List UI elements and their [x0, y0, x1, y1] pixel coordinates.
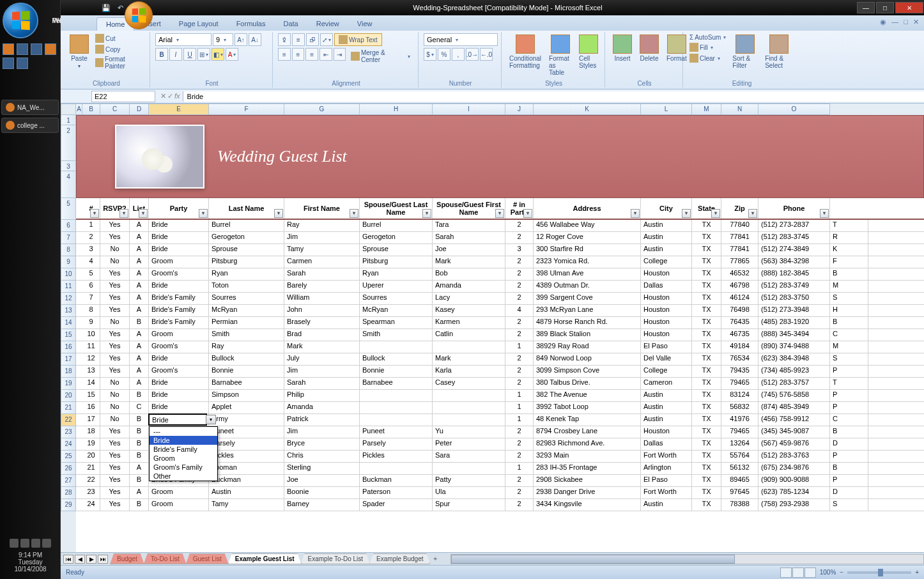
table-header-cell[interactable]: Party▾ — [149, 198, 209, 219]
quick-launch-item[interactable] — [17, 58, 28, 69]
table-cell[interactable]: Houston — [641, 329, 692, 341]
table-cell[interactable]: Bob — [433, 268, 505, 280]
quick-launch-item[interactable] — [31, 43, 42, 55]
table-cell[interactable]: 41976 — [721, 414, 758, 426]
table-cell[interactable]: Ryan — [209, 268, 284, 280]
wrap-text-button[interactable]: Wrap Text — [334, 33, 382, 46]
row-header[interactable]: 28 — [61, 487, 76, 499]
filter-button[interactable]: ▾ — [350, 209, 358, 218]
table-cell[interactable]: No — [100, 317, 130, 328]
table-cell[interactable]: Carmen — [284, 256, 360, 268]
table-cell[interactable]: D — [830, 438, 868, 450]
table-cell[interactable]: A — [130, 463, 149, 474]
table-header-cell[interactable]: Spouse/Guest Last Name▾ — [360, 198, 433, 219]
table-cell[interactable]: No — [100, 378, 130, 389]
table-cell[interactable]: 77840 — [721, 220, 758, 231]
table-cell[interactable]: Jim — [284, 366, 360, 377]
table-cell[interactable]: C — [130, 402, 149, 413]
row-header[interactable]: 5 — [61, 198, 76, 220]
table-cell[interactable]: T — [830, 220, 868, 231]
filter-button[interactable]: ▾ — [682, 209, 691, 218]
font-size-select[interactable]: 9 — [213, 33, 233, 46]
doc-close-button[interactable]: ✕ — [913, 18, 919, 26]
table-cell[interactable]: Mark — [433, 256, 505, 268]
table-cell[interactable]: Yes — [100, 305, 130, 316]
col-header[interactable]: H — [360, 104, 433, 115]
table-cell[interactable]: 380 Talbus Drive. — [534, 378, 641, 389]
table-cell[interactable]: F — [830, 256, 868, 268]
table-cell[interactable]: Bonnie — [360, 366, 433, 377]
table-cell[interactable]: 849 Norwod Loop — [534, 353, 641, 365]
table-cell[interactable]: TX — [692, 390, 721, 401]
row-header[interactable]: 3 — [61, 161, 76, 171]
table-cell[interactable]: 79435 — [721, 366, 758, 377]
select-all-corner[interactable] — [61, 104, 76, 115]
table-cell[interactable]: Jim — [284, 426, 360, 438]
row-header[interactable]: 1 — [61, 115, 76, 125]
table-cell[interactable]: 1 — [505, 341, 534, 353]
table-cell[interactable]: P — [830, 366, 868, 377]
table-cell[interactable]: 79465 — [721, 426, 758, 438]
table-cell[interactable]: D — [830, 487, 868, 498]
filter-button[interactable]: ▾ — [274, 209, 283, 218]
table-cell[interactable]: College — [641, 366, 692, 377]
table-cell[interactable]: 49184 — [721, 341, 758, 353]
filter-button[interactable]: ▾ — [119, 209, 128, 218]
table-cell[interactable]: Austin — [641, 244, 692, 256]
align-left-button[interactable]: ≡ — [278, 48, 291, 61]
table-cell[interactable]: Yes — [100, 268, 130, 280]
dropdown-item[interactable]: Bride's Family — [150, 445, 217, 454]
table-cell[interactable]: TX — [692, 414, 721, 426]
table-cell[interactable]: 14 — [82, 378, 100, 389]
table-cell[interactable]: Yes — [100, 353, 130, 365]
table-cell[interactable]: (512) 283-3745 — [758, 232, 830, 243]
table-cell[interactable]: 293 McRyan Lane — [534, 305, 641, 316]
table-cell[interactable]: Houston — [641, 305, 692, 316]
table-cell[interactable]: Austin — [641, 232, 692, 243]
table-cell[interactable]: Gerogeton — [360, 232, 433, 243]
dropdown-item[interactable]: Groom's Family — [150, 463, 217, 472]
table-cell[interactable]: 13264 — [721, 438, 758, 450]
table-cell[interactable]: (734) 485-9923 — [758, 366, 830, 377]
table-cell[interactable]: Sourres — [360, 293, 433, 304]
table-cell[interactable]: Gerogeton — [209, 232, 284, 243]
table-cell[interactable]: Kasey — [433, 305, 505, 316]
table-cell[interactable]: Bride — [149, 402, 209, 413]
table-cell[interactable]: TX — [692, 281, 721, 292]
table-cell[interactable]: B — [130, 438, 149, 450]
table-cell[interactable]: H — [830, 305, 868, 316]
table-cell[interactable]: Pickles — [360, 451, 433, 462]
decrease-indent-button[interactable]: ⇤ — [320, 48, 332, 61]
table-header-cell[interactable]: First Name▾ — [284, 198, 360, 219]
table-cell[interactable]: 4 — [505, 305, 534, 316]
table-cell[interactable]: (512) 283-3757 — [758, 378, 830, 389]
table-cell[interactable] — [360, 390, 433, 401]
table-cell[interactable]: Ryan — [360, 268, 433, 280]
table-cell[interactable]: Yes — [100, 220, 130, 231]
enter-formula-icon[interactable]: ✓ — [167, 92, 173, 100]
table-cell[interactable]: El Paso — [641, 341, 692, 353]
table-cell[interactable]: Bride — [149, 378, 209, 389]
table-cell[interactable]: 3 — [82, 244, 100, 256]
col-header[interactable]: L — [641, 104, 692, 115]
table-cell[interactable]: 8 — [82, 305, 100, 316]
table-cell[interactable]: 77841 — [721, 244, 758, 256]
table-cell[interactable]: 24 — [82, 499, 100, 511]
table-cell[interactable]: Smith — [360, 329, 433, 341]
minimize-button[interactable]: — — [857, 2, 875, 13]
table-cell[interactable]: Bride — [149, 220, 209, 231]
table-cell[interactable]: 2 — [505, 426, 534, 438]
dropdown-item[interactable]: Bride — [150, 436, 217, 445]
table-cell[interactable]: Groom — [149, 487, 209, 498]
help-icon[interactable]: ◉ — [880, 18, 886, 26]
table-cell[interactable] — [433, 414, 505, 426]
row-header[interactable]: 13 — [61, 305, 76, 317]
table-cell[interactable]: B — [830, 426, 868, 438]
ribbon-tab-formulas[interactable]: Formulas — [227, 17, 275, 31]
table-cell[interactable]: (758) 293-2938 — [758, 499, 830, 511]
table-cell[interactable]: T — [830, 378, 868, 389]
align-center-button[interactable]: ≡ — [292, 48, 305, 61]
table-cell[interactable]: (512) 283-3763 — [758, 451, 830, 462]
col-header[interactable]: I — [433, 104, 505, 115]
row-header[interactable]: 2 — [61, 125, 76, 161]
